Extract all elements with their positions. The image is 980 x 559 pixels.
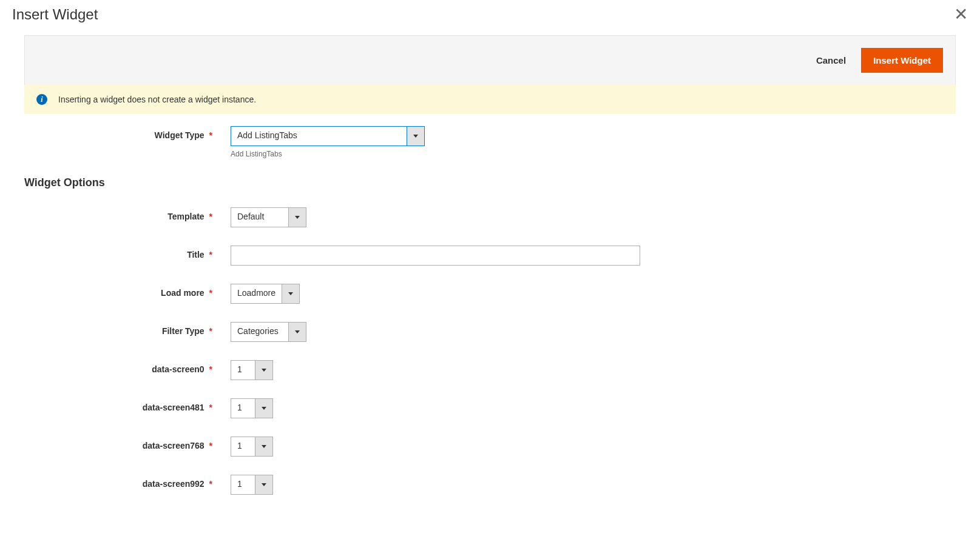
field-data-screen768: data-screen768 * 1	[24, 437, 956, 457]
modal-title: Insert Widget	[12, 6, 98, 23]
chevron-down-icon	[255, 360, 273, 380]
info-banner-text: Inserting a widget does not create a wid…	[58, 95, 256, 104]
field-filter-type: Filter Type * Categories	[24, 322, 956, 342]
widget-options-title: Widget Options	[24, 176, 956, 189]
required-indicator: *	[209, 250, 212, 259]
data-screen768-label: data-screen768 *	[24, 437, 231, 450]
data-screen481-select[interactable]: 1	[231, 398, 273, 418]
required-indicator: *	[209, 479, 212, 489]
data-screen481-label: data-screen481 *	[24, 398, 231, 412]
toolbar: Cancel Insert Widget	[24, 35, 956, 85]
chevron-down-icon	[288, 322, 306, 342]
template-select[interactable]: Default	[231, 207, 306, 227]
required-indicator: *	[209, 212, 212, 221]
chevron-down-icon	[288, 207, 306, 227]
data-screen0-select[interactable]: 1	[231, 360, 273, 380]
insert-widget-button[interactable]: Insert Widget	[861, 48, 943, 73]
filter-type-select[interactable]: Categories	[231, 322, 306, 342]
required-indicator: *	[209, 364, 212, 374]
field-widget-type: Widget Type * Add ListingTabs Add Listin…	[24, 126, 956, 158]
required-indicator: *	[209, 288, 212, 298]
modal-header: Insert Widget ✕	[0, 0, 980, 35]
cancel-button[interactable]: Cancel	[816, 55, 846, 65]
widget-type-select[interactable]: Add ListingTabs	[231, 126, 425, 146]
data-screen0-label: data-screen0 *	[24, 360, 231, 374]
data-screen992-label: data-screen992 *	[24, 475, 231, 489]
field-data-screen481: data-screen481 * 1	[24, 398, 956, 418]
field-load-more: Load more * Loadmore	[24, 284, 956, 304]
field-data-screen992: data-screen992 * 1	[24, 475, 956, 495]
required-indicator: *	[209, 441, 212, 450]
title-input[interactable]	[231, 246, 640, 266]
filter-type-label: Filter Type *	[24, 322, 231, 336]
close-icon[interactable]: ✕	[954, 6, 968, 23]
info-banner: i Inserting a widget does not create a w…	[24, 85, 956, 114]
form-section: Widget Type * Add ListingTabs Add Listin…	[0, 114, 980, 507]
chevron-down-icon	[407, 126, 425, 146]
load-more-label: Load more *	[24, 284, 231, 298]
chevron-down-icon	[255, 475, 273, 495]
field-data-screen0: data-screen0 * 1	[24, 360, 956, 380]
chevron-down-icon	[282, 284, 300, 304]
data-screen992-select[interactable]: 1	[231, 475, 273, 495]
title-label: Title *	[24, 246, 231, 259]
chevron-down-icon	[255, 398, 273, 418]
template-label: Template *	[24, 207, 231, 221]
info-icon: i	[36, 94, 47, 105]
chevron-down-icon	[255, 437, 273, 457]
required-indicator: *	[209, 130, 212, 140]
field-template: Template * Default	[24, 207, 956, 227]
required-indicator: *	[209, 403, 212, 412]
required-indicator: *	[209, 326, 212, 336]
widget-type-helper: Add ListingTabs	[231, 150, 956, 158]
widget-type-label: Widget Type *	[24, 126, 231, 140]
field-title: Title *	[24, 246, 956, 266]
load-more-select[interactable]: Loadmore	[231, 284, 300, 304]
data-screen768-select[interactable]: 1	[231, 437, 273, 457]
